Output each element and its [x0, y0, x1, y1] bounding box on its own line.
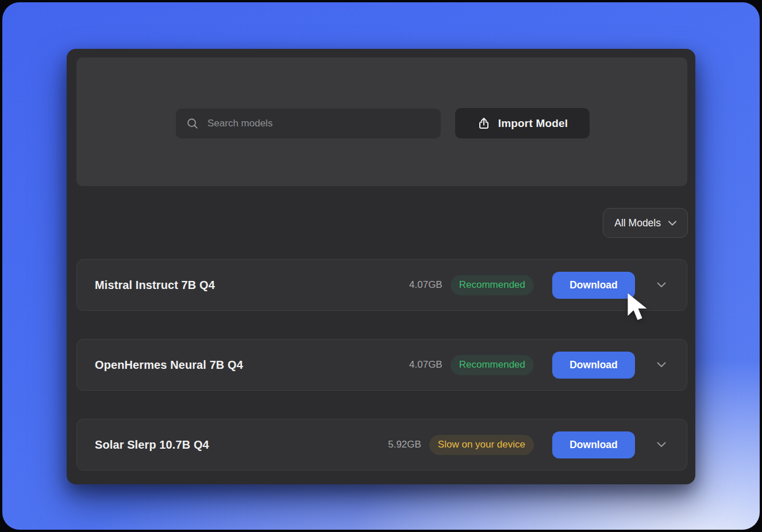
search-box[interactable] — [176, 109, 441, 138]
upload-icon — [477, 117, 491, 130]
search-icon — [186, 117, 199, 130]
model-row: Mistral Instruct 7B Q4 4.07GB Recommende… — [76, 259, 687, 311]
model-filter-dropdown[interactable]: All Models — [603, 208, 688, 238]
download-button[interactable]: Download — [552, 431, 635, 458]
expand-chevron-down-icon[interactable] — [657, 282, 666, 288]
filter-label: All Models — [614, 217, 661, 229]
model-row: Solar Slerp 10.7B Q4 5.92GB Slow on your… — [76, 419, 687, 471]
chevron-down-icon — [668, 221, 676, 226]
model-browser-window: Import Model All Models Mistral Instruct… — [67, 49, 695, 484]
desktop-background: Import Model All Models Mistral Instruct… — [2, 2, 760, 530]
model-name: Solar Slerp 10.7B Q4 — [95, 438, 388, 452]
status-badge: Recommended — [451, 275, 534, 295]
download-button[interactable]: Download — [552, 352, 635, 379]
status-badge: Slow on your device — [429, 435, 534, 455]
model-size: 5.92GB — [388, 439, 421, 450]
model-size: 4.07GB — [409, 279, 442, 291]
model-name: OpenHermes Neural 7B Q4 — [95, 358, 409, 372]
status-badge: Recommended — [451, 355, 534, 375]
download-button[interactable]: Download — [552, 272, 635, 299]
expand-chevron-down-icon[interactable] — [657, 362, 666, 368]
search-input[interactable] — [206, 117, 430, 130]
import-model-button[interactable]: Import Model — [455, 108, 590, 138]
model-row: OpenHermes Neural 7B Q4 4.07GB Recommend… — [76, 339, 687, 391]
expand-chevron-down-icon[interactable] — [657, 442, 666, 448]
import-model-label: Import Model — [498, 117, 568, 130]
header-panel: Import Model — [76, 57, 687, 186]
model-name: Mistral Instruct 7B Q4 — [95, 279, 409, 292]
model-size: 4.07GB — [409, 359, 442, 371]
